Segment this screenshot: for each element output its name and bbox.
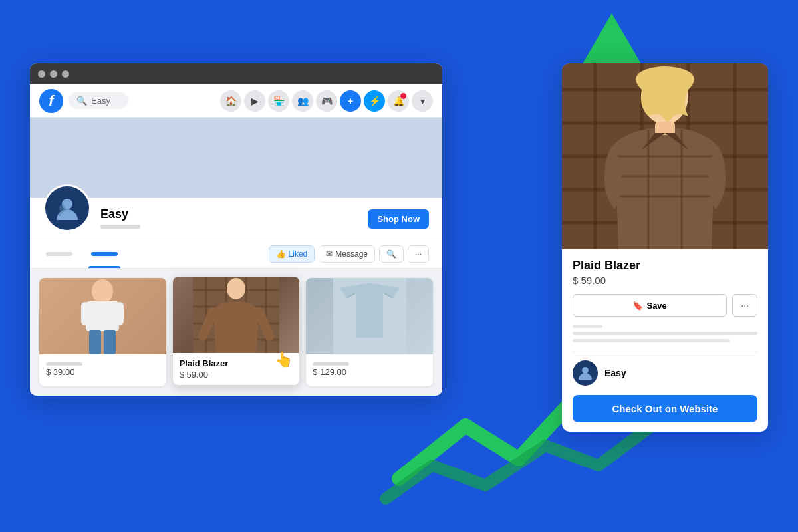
detail-product-image xyxy=(562,63,768,249)
home-icon[interactable]: 🏠 xyxy=(220,90,241,112)
profile-tabs: 👍 Liked ✉ Message 🔍 ··· xyxy=(30,239,442,269)
product-price-1: $ 39.00 xyxy=(46,367,160,377)
messenger-icon[interactable]: ⚡ xyxy=(364,90,385,112)
tab-1[interactable] xyxy=(43,239,75,268)
detail-price: $ 59.00 xyxy=(573,275,757,286)
svg-rect-5 xyxy=(86,301,119,331)
svg-rect-8 xyxy=(89,330,101,354)
product-name-bar-1 xyxy=(46,362,82,366)
profile-info: Easy xyxy=(100,201,358,229)
desc-line-1 xyxy=(573,325,602,328)
product-price-2: $ 59.00 xyxy=(180,370,293,380)
store-icon[interactable]: 🏪 xyxy=(268,90,289,112)
svg-rect-7 xyxy=(116,302,124,325)
checkout-button[interactable]: Check Out on Website xyxy=(573,395,757,422)
cover-photo xyxy=(30,118,442,198)
product-detail-panel: Plaid Blazer $ 59.00 🔖 Save ··· Easy Che xyxy=(562,63,768,432)
profile-name: Easy xyxy=(100,207,358,221)
product-info-1: $ 39.00 xyxy=(39,354,166,382)
notifications-icon[interactable]: 🔔 xyxy=(388,90,409,112)
search-text: Easy xyxy=(91,96,110,106)
groups-icon[interactable]: 👥 xyxy=(292,90,313,112)
seller-avatar xyxy=(573,360,598,386)
message-button[interactable]: ✉ Message xyxy=(319,245,375,263)
tab-bar-2 xyxy=(91,252,118,256)
svg-point-4 xyxy=(92,279,113,303)
video-icon[interactable]: ▶ xyxy=(244,90,265,112)
tab-bar-1 xyxy=(46,252,72,256)
more-button[interactable]: ··· xyxy=(408,245,429,263)
desc-line-3 xyxy=(573,339,730,342)
facebook-browser-window: f 🔍 Easy 🏠 ▶ 🏪 👥 🎮 + ⚡ 🔔 ▾ xyxy=(30,63,442,396)
facebook-logo: f xyxy=(39,89,63,113)
desc-line-2 xyxy=(573,332,757,335)
detail-actions: 🔖 Save ··· xyxy=(573,294,757,317)
product-card-2[interactable]: Plaid Blazer $ 59.00 👆 xyxy=(173,277,300,385)
profile-section: Easy Shop Now xyxy=(30,198,442,239)
save-button[interactable]: 🔖 Save xyxy=(573,294,727,317)
product-name-bar-3 xyxy=(313,362,349,366)
svg-rect-9 xyxy=(104,330,116,354)
description-lines xyxy=(573,325,757,342)
seller-name: Easy xyxy=(604,368,626,378)
gaming-icon[interactable]: 🎮 xyxy=(316,90,337,112)
svg-point-40 xyxy=(582,367,589,374)
svg-rect-6 xyxy=(81,302,89,325)
window-dot-red xyxy=(38,70,45,78)
liked-button[interactable]: 👍 Liked xyxy=(269,245,315,263)
action-buttons: 👍 Liked ✉ Message 🔍 ··· xyxy=(269,245,429,263)
svg-point-19 xyxy=(227,278,245,299)
shop-now-button[interactable]: Shop Now xyxy=(368,209,429,229)
save-label: Save xyxy=(646,301,666,311)
product-price-3: $ 129.00 xyxy=(313,367,426,377)
product-image-1 xyxy=(39,278,166,354)
nav-icons: 🏠 ▶ 🏪 👥 🎮 + ⚡ 🔔 ▾ xyxy=(220,90,433,112)
tab-2[interactable] xyxy=(88,239,120,268)
search-button[interactable]: 🔍 xyxy=(379,245,404,263)
window-dot-green xyxy=(62,70,69,78)
bookmark-icon: 🔖 xyxy=(632,301,643,311)
cursor-pointer-icon: 👆 xyxy=(275,351,293,368)
seller-section: Easy xyxy=(573,352,757,386)
detail-title: Plaid Blazer xyxy=(573,259,757,273)
product-card-3[interactable]: $ 129.00 xyxy=(306,278,433,386)
search-icon: 🔍 xyxy=(76,96,87,106)
more-options-button[interactable]: ··· xyxy=(732,294,757,317)
thumbs-up-icon: 👍 xyxy=(276,249,286,259)
message-icon: ✉ xyxy=(326,249,332,259)
detail-info: Plaid Blazer $ 59.00 🔖 Save ··· Easy Che xyxy=(562,249,768,432)
facebook-navbar: f 🔍 Easy 🏠 ▶ 🏪 👥 🎮 + ⚡ 🔔 ▾ xyxy=(30,84,442,118)
liked-label: Liked xyxy=(289,249,308,259)
search-bar[interactable]: 🔍 Easy xyxy=(68,92,128,109)
window-dot-yellow xyxy=(50,70,57,78)
plus-icon[interactable]: + xyxy=(340,90,361,112)
products-grid: $ 39.00 xyxy=(30,269,442,396)
message-label: Message xyxy=(335,249,368,259)
profile-actions: Shop Now xyxy=(368,209,429,229)
chevron-down-icon[interactable]: ▾ xyxy=(412,90,433,112)
window-titlebar xyxy=(30,63,442,84)
avatar xyxy=(43,184,91,232)
product-card-1[interactable]: $ 39.00 xyxy=(39,278,166,386)
product-info-3: $ 129.00 xyxy=(306,354,433,382)
product-image-3 xyxy=(306,278,433,354)
profile-subtitle-bar xyxy=(100,225,140,229)
product-image-2 xyxy=(173,277,300,353)
